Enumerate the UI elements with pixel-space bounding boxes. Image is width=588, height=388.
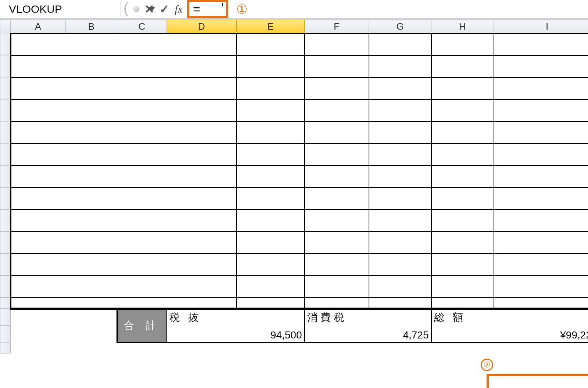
zeinuki-value: 94,500 xyxy=(237,326,305,342)
formula-input-wrap xyxy=(187,0,228,18)
spreadsheet-grid[interactable]: A B C D E F G H I xyxy=(0,20,588,353)
annotation-1: ① xyxy=(236,2,247,17)
row-header[interactable] xyxy=(0,55,11,77)
cancel-icon[interactable]: ✕ xyxy=(144,2,154,16)
cell[interactable] xyxy=(11,33,66,55)
fx-icon[interactable]: fx xyxy=(175,3,183,15)
table-row[interactable] xyxy=(0,210,588,232)
col-header-A[interactable]: A xyxy=(11,20,66,33)
caret-icon xyxy=(222,3,223,6)
table-row[interactable] xyxy=(0,342,588,353)
totals-row-labels[interactable]: 合 計 税 抜 消費税 総 額 xyxy=(0,309,588,326)
cell[interactable] xyxy=(305,33,369,55)
cell[interactable] xyxy=(66,33,117,55)
annotation-2: ② xyxy=(481,358,493,371)
row-header[interactable] xyxy=(0,33,11,55)
cell[interactable] xyxy=(369,33,431,55)
cell[interactable] xyxy=(117,33,167,55)
cell[interactable] xyxy=(237,33,305,55)
col-header-I[interactable]: I xyxy=(494,20,588,33)
table-row[interactable] xyxy=(0,144,588,166)
grid-wrap: A B C D E F G H I xyxy=(0,20,588,353)
col-header-G[interactable]: G xyxy=(369,20,431,33)
table-row[interactable] xyxy=(0,166,588,188)
table-row[interactable] xyxy=(0,99,588,122)
zeinuki-label: 税 抜 xyxy=(167,309,237,326)
cell[interactable] xyxy=(167,33,237,55)
goukei-label: 合 計 xyxy=(117,309,167,342)
table-row[interactable] xyxy=(0,276,588,298)
table-row[interactable] xyxy=(0,188,588,210)
name-box-wrap xyxy=(0,3,121,15)
accept-icon[interactable]: ✓ xyxy=(159,2,169,16)
annotation-2-box xyxy=(487,374,588,388)
col-header-E[interactable]: E xyxy=(237,20,305,33)
cell[interactable] xyxy=(431,33,494,55)
col-header-D[interactable]: D xyxy=(167,20,237,33)
col-header-B[interactable]: B xyxy=(66,20,117,33)
totals-row-values[interactable]: 94,500 4,725 ¥99,225 xyxy=(0,326,588,342)
formula-bar: ( ✕ ✓ fx ① xyxy=(0,0,588,20)
sougaku-label: 総 額 xyxy=(431,309,494,326)
table-row[interactable] xyxy=(0,298,588,309)
table-row[interactable] xyxy=(0,232,588,254)
sougaku-value: ¥99,225 xyxy=(494,326,588,342)
shouhizei-value: 4,725 xyxy=(369,326,431,342)
table-row[interactable] xyxy=(0,122,588,144)
table-row[interactable] xyxy=(0,33,588,55)
select-all[interactable] xyxy=(0,20,11,33)
table-row[interactable] xyxy=(0,254,588,276)
shouhizei-label: 消費税 xyxy=(305,309,369,326)
table-row[interactable] xyxy=(0,77,588,99)
col-header-C[interactable]: C xyxy=(117,20,167,33)
cell[interactable] xyxy=(494,33,588,55)
col-header-H[interactable]: H xyxy=(431,20,494,33)
table-row[interactable] xyxy=(0,55,588,77)
column-headers: A B C D E F G H I xyxy=(0,20,588,33)
formula-buttons: ( ✕ ✓ fx xyxy=(121,2,184,17)
wizard-dot-icon[interactable] xyxy=(133,6,139,12)
col-header-F[interactable]: F xyxy=(305,20,369,33)
